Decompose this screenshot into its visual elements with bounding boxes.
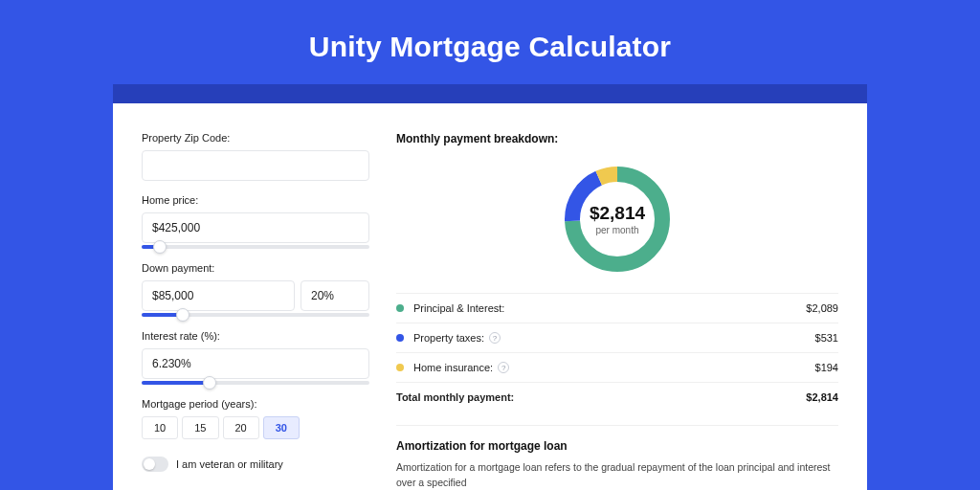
- total-value: $2,814: [806, 391, 838, 403]
- legend-label: Property taxes:?: [413, 332, 501, 344]
- donut-wrap: $2,814 per month: [396, 155, 838, 293]
- period-row: Mortgage period (years): 10152030: [142, 398, 369, 439]
- legend-value: $531: [815, 332, 838, 344]
- interest-slider-fill: [142, 381, 210, 385]
- help-icon[interactable]: ?: [489, 332, 501, 344]
- legend-dot: [396, 334, 404, 342]
- down-payment-row: Down payment:: [142, 262, 369, 317]
- down-payment-percent-input[interactable]: [301, 280, 369, 311]
- breakdown-title: Monthly payment breakdown:: [396, 132, 838, 145]
- home-price-slider-thumb[interactable]: [153, 240, 167, 254]
- header-accent-bar: [113, 84, 867, 103]
- donut-sub: per month: [595, 225, 638, 235]
- legend-dot: [396, 364, 404, 371]
- period-option-10[interactable]: 10: [142, 416, 178, 439]
- period-option-30[interactable]: 30: [263, 416, 300, 439]
- period-option-20[interactable]: 20: [223, 416, 259, 439]
- legend-total-row: Total monthly payment:$2,814: [396, 383, 838, 412]
- zip-input[interactable]: [142, 150, 369, 181]
- amortization-body: Amortization for a mortgage loan refers …: [396, 460, 838, 490]
- page-header: Unity Mortgage Calculator: [0, 0, 980, 84]
- legend-label: Principal & Interest:: [413, 302, 504, 314]
- donut-amount: $2,814: [590, 203, 645, 224]
- legend-row: Home insurance:?$194: [396, 353, 838, 383]
- period-option-15[interactable]: 15: [182, 416, 218, 439]
- veteran-toggle[interactable]: [142, 457, 168, 472]
- payment-donut-chart: $2,814 per month: [559, 161, 676, 278]
- page-title: Unity Mortgage Calculator: [0, 31, 980, 63]
- interest-slider[interactable]: [142, 381, 369, 385]
- down-payment-amount-input[interactable]: [142, 280, 295, 311]
- home-price-label: Home price:: [142, 194, 369, 206]
- amortization-section: Amortization for mortgage loan Amortizat…: [396, 425, 838, 490]
- zip-row: Property Zip Code:: [142, 132, 369, 181]
- donut-center: $2,814 per month: [559, 161, 676, 278]
- interest-input[interactable]: [142, 348, 369, 379]
- breakdown-column: Monthly payment breakdown: $2,814 per mo…: [396, 132, 838, 490]
- legend-label: Home insurance:?: [413, 362, 509, 373]
- interest-label: Interest rate (%):: [142, 330, 369, 342]
- legend-row: Principal & Interest:$2,089: [396, 294, 838, 323]
- legend-row: Property taxes:?$531: [396, 323, 838, 353]
- legend-value: $194: [815, 362, 838, 373]
- down-payment-slider-thumb[interactable]: [176, 308, 189, 322]
- veteran-label: I am veteran or military: [176, 458, 283, 470]
- down-payment-label: Down payment:: [142, 262, 369, 274]
- legend-dot: [396, 304, 404, 312]
- down-payment-slider[interactable]: [142, 313, 369, 317]
- home-price-row: Home price:: [142, 194, 369, 249]
- period-label: Mortgage period (years):: [142, 398, 369, 410]
- home-price-input[interactable]: [142, 212, 369, 243]
- veteran-row: I am veteran or military: [142, 457, 369, 472]
- zip-label: Property Zip Code:: [142, 132, 369, 144]
- breakdown-legend: Principal & Interest:$2,089Property taxe…: [396, 293, 838, 412]
- legend-value: $2,089: [806, 302, 838, 314]
- calculator-card: Property Zip Code: Home price: Down paym…: [113, 103, 867, 490]
- interest-row: Interest rate (%):: [142, 330, 369, 385]
- home-price-slider[interactable]: [142, 245, 369, 249]
- inputs-column: Property Zip Code: Home price: Down paym…: [142, 132, 369, 490]
- total-label: Total monthly payment:: [396, 391, 514, 403]
- period-options: 10152030: [142, 416, 369, 439]
- amortization-title: Amortization for mortgage loan: [396, 439, 838, 453]
- interest-slider-thumb[interactable]: [203, 376, 216, 390]
- help-icon[interactable]: ?: [498, 362, 509, 373]
